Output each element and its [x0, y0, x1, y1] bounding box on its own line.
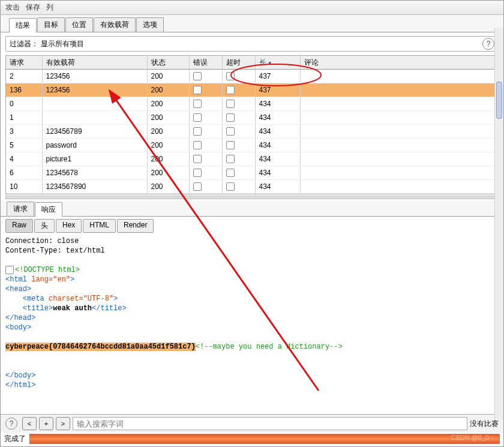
search-matches: 没有比赛: [470, 419, 499, 429]
code-tabs: Raw 头 Hex HTML Render: [1, 217, 503, 234]
watermark: CSDN @0_0：: [451, 433, 496, 442]
filter-label: 过滤器：: [10, 39, 38, 49]
tab-positions[interactable]: 位置: [65, 17, 93, 32]
tab-target[interactable]: 目标: [37, 17, 65, 32]
table-row[interactable]: 101234567890200434: [6, 180, 498, 194]
error-checkbox: [193, 86, 202, 94]
col-comment[interactable]: 评论: [300, 56, 498, 70]
table-row[interactable]: 1200434: [6, 111, 498, 125]
search-next-button[interactable]: >: [56, 417, 70, 430]
scrollbar-thumb[interactable]: [496, 82, 502, 119]
error-checkbox: [193, 127, 202, 136]
error-checkbox: [193, 141, 202, 149]
tab-payloads[interactable]: 有效载荷: [94, 17, 136, 32]
timeout-checkbox: [226, 155, 235, 163]
col-error[interactable]: 错误: [189, 56, 222, 70]
tab-options[interactable]: 选项: [136, 17, 164, 32]
response-raw[interactable]: Connection: close Content-Type: text/htm…: [1, 234, 503, 414]
menu-list[interactable]: 列: [46, 2, 53, 13]
error-checkbox: [193, 113, 202, 122]
results-table[interactable]: 请求 有效载荷 状态 错误 超时 长 评论 212345620043713612…: [5, 55, 499, 194]
error-checkbox: [193, 169, 202, 177]
splitter[interactable]: [5, 196, 499, 199]
table-row[interactable]: 5password200434: [6, 139, 498, 152]
subtab-request[interactable]: 请求: [7, 202, 34, 216]
timeout-checkbox: [226, 127, 235, 136]
sub-tabs: 请求 响应: [1, 200, 503, 217]
subtab-response[interactable]: 响应: [35, 202, 62, 217]
error-checkbox: [193, 72, 202, 80]
codetab-render[interactable]: Render: [117, 219, 154, 233]
codetab-hex[interactable]: Hex: [56, 219, 82, 233]
table-row[interactable]: 2123456200437: [6, 70, 498, 83]
search-add-button[interactable]: +: [39, 417, 53, 430]
timeout-checkbox: [226, 113, 235, 122]
tab-results[interactable]: 结果: [9, 18, 37, 32]
table-row[interactable]: 612345678200434: [6, 166, 498, 180]
progress-bar: CSDN @0_0：: [29, 434, 500, 444]
error-checkbox: [193, 155, 202, 163]
main-tabs: 结果 目标 位置 有效载荷 选项: [1, 15, 503, 32]
col-timeout[interactable]: 超时: [222, 56, 255, 70]
error-checkbox: [193, 100, 202, 108]
table-row[interactable]: 3123456789200434: [6, 125, 498, 139]
error-checkbox: [193, 182, 202, 191]
table-row[interactable]: 4picture1200434: [6, 152, 498, 166]
timeout-checkbox: [226, 182, 235, 191]
resp-head-open: <head>: [5, 285, 31, 293]
resp-line: Content-Type: text/html: [5, 247, 105, 255]
resp-comment: <!--maybe you need a dictionary-->: [196, 343, 343, 351]
resp-html-close: </html>: [5, 381, 35, 389]
resp-html-open: <html: [5, 275, 31, 284]
search-prev-button[interactable]: <: [22, 417, 37, 430]
table-row[interactable]: 0200434: [6, 97, 498, 111]
resp-head-close: </head>: [5, 314, 35, 322]
col-length[interactable]: 长: [255, 56, 300, 70]
vertical-scrollbar[interactable]: [494, 28, 503, 419]
help-icon-bottom[interactable]: ?: [5, 418, 17, 430]
table-row[interactable]: 8123123200434: [6, 194, 498, 195]
menu-save[interactable]: 保存: [26, 2, 40, 13]
col-request[interactable]: 请求: [6, 56, 42, 70]
resp-flag: cyberpeace{07846462764bccdd81a0aa45d1f58…: [5, 343, 196, 351]
resp-doctype: <!DOCTYPE html>: [15, 266, 80, 274]
table-row[interactable]: 136123456200437: [6, 83, 498, 97]
resp-body-close: </body>: [5, 371, 35, 380]
filter-value: 显示所有项目: [41, 39, 84, 49]
status-done: 完成了: [4, 434, 26, 444]
codetab-raw[interactable]: Raw: [5, 219, 33, 233]
timeout-checkbox: [226, 100, 235, 108]
resp-line: Connection: close: [5, 237, 79, 245]
codetab-html[interactable]: HTML: [83, 219, 116, 233]
timeout-checkbox: [226, 86, 235, 94]
search-bar: ? < + > 没有比赛: [1, 414, 503, 433]
timeout-checkbox: [226, 169, 235, 177]
col-payload[interactable]: 有效载荷: [42, 56, 147, 70]
menu-attack[interactable]: 攻击: [5, 2, 20, 13]
filter-bar[interactable]: 过滤器： 显示所有项目 ?: [5, 36, 499, 52]
help-icon[interactable]: ?: [482, 38, 494, 50]
col-status[interactable]: 状态: [147, 56, 189, 70]
timeout-checkbox: [226, 72, 235, 80]
status-bar: 完成了 CSDN @0_0：: [1, 433, 503, 446]
timeout-checkbox: [226, 141, 235, 149]
codetab-headers[interactable]: 头: [34, 219, 55, 233]
header-row: 请求 有效载荷 状态 错误 超时 长 评论: [6, 56, 498, 70]
resp-body-open: <body>: [5, 323, 31, 332]
menu-bar: 攻击 保存 列: [1, 1, 503, 15]
search-input[interactable]: [73, 417, 467, 430]
